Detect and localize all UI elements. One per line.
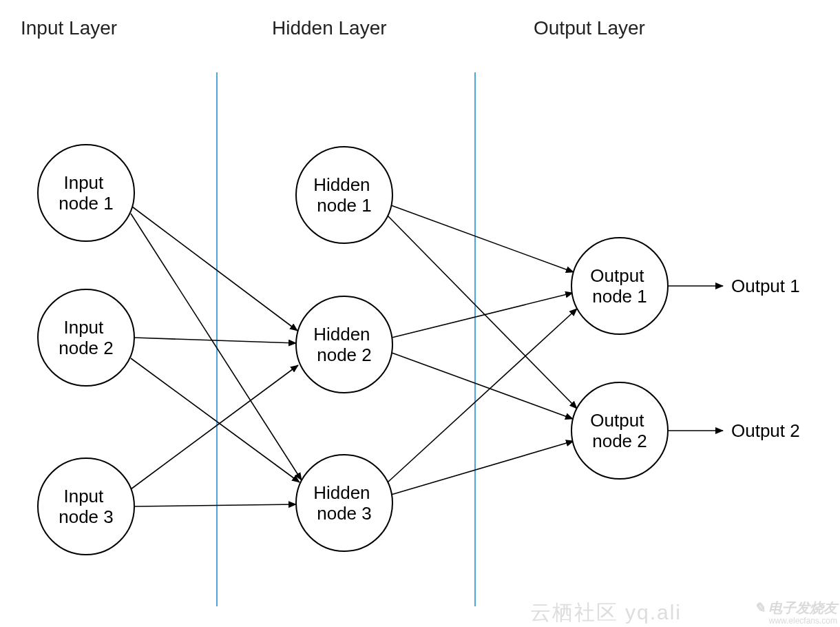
hidden-node-2-label: Hidden node 2 (313, 324, 375, 365)
hidden-node-1-label: Hidden node 1 (313, 174, 375, 216)
svg-line-7 (388, 216, 577, 409)
hidden-node-3-label: Hidden node 3 (313, 482, 375, 524)
svg-line-4 (131, 365, 298, 489)
svg-line-0 (132, 207, 297, 331)
svg-line-2 (134, 338, 296, 343)
watermark-brand-icon: ✎ (754, 600, 766, 615)
svg-line-10 (388, 309, 577, 482)
svg-line-11 (391, 441, 574, 495)
output-1-label: Output 1 (731, 276, 800, 296)
watermark-brand-url: www.elecfans.com (769, 616, 837, 626)
watermark-brand-text: 电子发烧友 (768, 600, 837, 615)
output-node-1-label: Output node 1 (590, 265, 649, 307)
input-node-3-label: Input node 3 (59, 486, 114, 527)
watermark-cn: 云栖社区 yq.ali (530, 599, 682, 627)
diagram-canvas: Input Layer Hidden Layer Output Layer (0, 0, 840, 627)
edges-hidden-output (388, 205, 577, 495)
input-node-2-label: Input node 2 (59, 317, 114, 358)
input-node-1-label: Input node 1 (59, 172, 114, 214)
svg-line-8 (392, 293, 573, 338)
svg-line-9 (392, 353, 573, 419)
output-node-2-label: Output node 2 (590, 410, 649, 451)
svg-line-5 (134, 504, 296, 506)
edges-output-labels (668, 286, 723, 431)
watermark-brand: ✎ 电子发烧友 www.elecfans.com (754, 601, 837, 626)
diagram-svg: Input node 1 Input node 2 Input node 3 H… (0, 0, 840, 627)
svg-line-3 (131, 358, 300, 482)
output-2-label: Output 2 (731, 420, 800, 441)
svg-line-6 (391, 205, 574, 272)
